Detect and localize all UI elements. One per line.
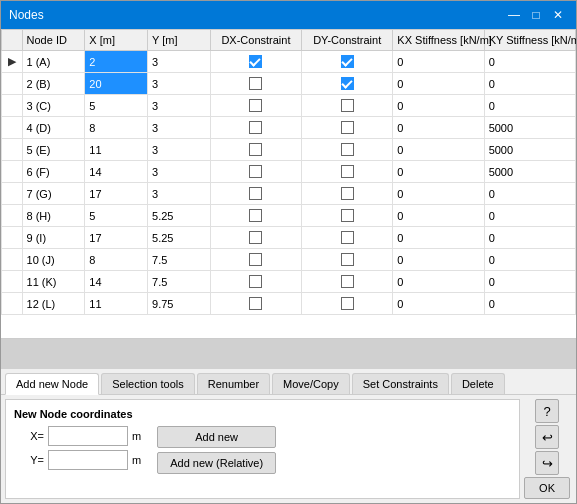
- ky-cell: 0: [484, 183, 575, 205]
- dy-cell[interactable]: [302, 227, 393, 249]
- dx-cell[interactable]: [210, 117, 301, 139]
- maximize-button[interactable]: □: [526, 5, 546, 25]
- tab-set-constraints[interactable]: Set Constraints: [352, 373, 449, 394]
- dx-cell[interactable]: [210, 51, 301, 73]
- dy-cell[interactable]: [302, 293, 393, 315]
- dx-checkbox[interactable]: [249, 297, 262, 310]
- y-input[interactable]: [48, 450, 128, 470]
- tab-add-new-node[interactable]: Add new Node: [5, 373, 99, 395]
- dy-cell[interactable]: [302, 51, 393, 73]
- dx-checkbox[interactable]: [249, 209, 262, 222]
- y-cell: 3: [148, 183, 211, 205]
- table-row[interactable]: 5 (E)11305000: [2, 139, 576, 161]
- table-row[interactable]: ▶1 (A)2300: [2, 51, 576, 73]
- table-row[interactable]: 7 (G)17300: [2, 183, 576, 205]
- table-row[interactable]: 6 (F)14305000: [2, 161, 576, 183]
- dy-checkbox[interactable]: [341, 253, 354, 266]
- dy-checkbox[interactable]: [341, 121, 354, 134]
- dy-cell[interactable]: [302, 161, 393, 183]
- table-row[interactable]: 9 (I)175.2500: [2, 227, 576, 249]
- table-row[interactable]: 10 (J)87.500: [2, 249, 576, 271]
- undo-button[interactable]: ↩: [535, 425, 559, 449]
- kx-cell: 0: [393, 161, 484, 183]
- dx-cell[interactable]: [210, 293, 301, 315]
- arrow-cell: ▶: [2, 51, 23, 73]
- y-unit: m: [132, 454, 141, 466]
- dy-cell[interactable]: [302, 95, 393, 117]
- dy-checkbox[interactable]: [341, 209, 354, 222]
- ky-cell: 0: [484, 205, 575, 227]
- arrow-cell: [2, 205, 23, 227]
- tab-delete[interactable]: Delete: [451, 373, 505, 394]
- dx-cell[interactable]: [210, 73, 301, 95]
- ok-button[interactable]: OK: [524, 477, 570, 499]
- table-row[interactable]: 2 (B)20300: [2, 73, 576, 95]
- x-cell: 11: [85, 139, 148, 161]
- dy-checkbox[interactable]: [341, 143, 354, 156]
- ky-cell: 0: [484, 271, 575, 293]
- dx-checkbox[interactable]: [249, 55, 262, 68]
- table-row[interactable]: 4 (D)8305000: [2, 117, 576, 139]
- dy-checkbox[interactable]: [341, 55, 354, 68]
- arrow-cell: [2, 73, 23, 95]
- dy-checkbox[interactable]: [341, 297, 354, 310]
- dx-checkbox[interactable]: [249, 77, 262, 90]
- add-new-button[interactable]: Add new: [157, 426, 276, 448]
- dx-cell[interactable]: [210, 95, 301, 117]
- x-input[interactable]: [48, 426, 128, 446]
- dy-cell[interactable]: [302, 205, 393, 227]
- dy-checkbox[interactable]: [341, 99, 354, 112]
- x-label: X=: [14, 430, 44, 442]
- redo-button[interactable]: ↪: [535, 451, 559, 475]
- dx-checkbox[interactable]: [249, 165, 262, 178]
- dx-cell[interactable]: [210, 205, 301, 227]
- table-row[interactable]: 12 (L)119.7500: [2, 293, 576, 315]
- dx-cell[interactable]: [210, 249, 301, 271]
- tab-selection-tools[interactable]: Selection tools: [101, 373, 195, 394]
- dy-checkbox[interactable]: [341, 275, 354, 288]
- dx-checkbox[interactable]: [249, 187, 262, 200]
- table-row[interactable]: 11 (K)147.500: [2, 271, 576, 293]
- kx-cell: 0: [393, 249, 484, 271]
- col-header-x: X [m]: [85, 30, 148, 51]
- dx-checkbox[interactable]: [249, 143, 262, 156]
- y-cell: 3: [148, 51, 211, 73]
- dx-checkbox[interactable]: [249, 231, 262, 244]
- dx-checkbox[interactable]: [249, 121, 262, 134]
- table-row[interactable]: 3 (C)5300: [2, 95, 576, 117]
- tab-renumber[interactable]: Renumber: [197, 373, 270, 394]
- dy-cell[interactable]: [302, 249, 393, 271]
- minimize-button[interactable]: —: [504, 5, 524, 25]
- dy-cell[interactable]: [302, 73, 393, 95]
- arrow-cell: [2, 139, 23, 161]
- dy-checkbox[interactable]: [341, 231, 354, 244]
- dy-checkbox[interactable]: [341, 187, 354, 200]
- title-bar: Nodes — □ ✕: [1, 1, 576, 29]
- arrow-cell: [2, 161, 23, 183]
- dx-cell[interactable]: [210, 271, 301, 293]
- dx-cell[interactable]: [210, 161, 301, 183]
- dy-cell[interactable]: [302, 271, 393, 293]
- dx-cell[interactable]: [210, 139, 301, 161]
- table-row[interactable]: 8 (H)55.2500: [2, 205, 576, 227]
- tab-move/copy[interactable]: Move/Copy: [272, 373, 350, 394]
- x-cell: 8: [85, 249, 148, 271]
- dx-checkbox[interactable]: [249, 275, 262, 288]
- dy-cell[interactable]: [302, 139, 393, 161]
- close-button[interactable]: ✕: [548, 5, 568, 25]
- nodeid-cell: 8 (H): [22, 205, 85, 227]
- help-button[interactable]: ?: [535, 399, 559, 423]
- dx-cell[interactable]: [210, 183, 301, 205]
- add-new-relative-button[interactable]: Add new (Relative): [157, 452, 276, 474]
- dy-cell[interactable]: [302, 183, 393, 205]
- dx-checkbox[interactable]: [249, 253, 262, 266]
- dy-checkbox[interactable]: [341, 77, 354, 90]
- dx-checkbox[interactable]: [249, 99, 262, 112]
- dy-cell[interactable]: [302, 117, 393, 139]
- dx-cell[interactable]: [210, 227, 301, 249]
- y-label: Y=: [14, 454, 44, 466]
- kx-cell: 0: [393, 73, 484, 95]
- ky-cell: 0: [484, 73, 575, 95]
- dy-checkbox[interactable]: [341, 165, 354, 178]
- kx-cell: 0: [393, 183, 484, 205]
